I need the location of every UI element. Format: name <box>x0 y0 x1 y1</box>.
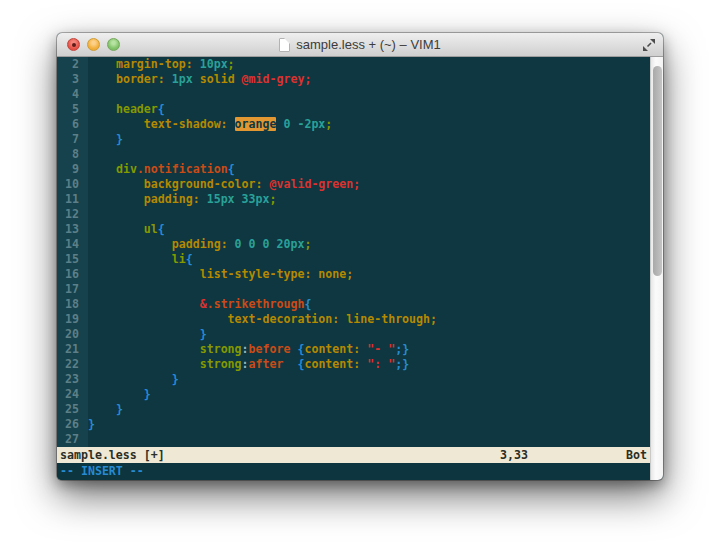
code-line[interactable]: 19 text-decoration: line-through; <box>57 312 650 327</box>
line-number: 23 <box>57 372 88 387</box>
line-number: 12 <box>57 207 88 222</box>
code-text: padding: 0 0 0 20px; <box>88 237 650 252</box>
code-text: } <box>88 387 650 402</box>
line-number: 7 <box>57 132 88 147</box>
code-text: } <box>88 132 650 147</box>
line-number: 8 <box>57 147 88 162</box>
code-line[interactable]: 13 ul{ <box>57 222 650 237</box>
code-line[interactable]: 12 <box>57 207 650 222</box>
window-title: sample.less + (~) – VIM1 <box>296 37 441 52</box>
code-text: } <box>88 402 650 417</box>
code-line[interactable]: 7 } <box>57 132 650 147</box>
code-line[interactable]: 17 <box>57 282 650 297</box>
mode-indicator: -- INSERT -- <box>57 463 650 480</box>
code-text <box>88 282 650 297</box>
code-text <box>88 207 650 222</box>
line-number: 13 <box>57 222 88 237</box>
code-text: } <box>88 417 650 432</box>
code-line[interactable]: 16 list-style-type: none; <box>57 267 650 282</box>
code-line[interactable]: 25 } <box>57 402 650 417</box>
code-text <box>88 432 650 447</box>
code-editor[interactable]: 2 margin-top: 10px;3 border: 1px solid @… <box>57 57 650 447</box>
code-line[interactable]: 27 <box>57 432 650 447</box>
line-number: 9 <box>57 162 88 177</box>
code-text: &.strikethrough{ <box>88 297 650 312</box>
status-cursor-position: 3,33 <box>500 447 528 463</box>
scrollbar-thumb[interactable] <box>653 66 662 276</box>
code-line[interactable]: 18 &.strikethrough{ <box>57 297 650 312</box>
code-line[interactable]: 20 } <box>57 327 650 342</box>
code-text: header{ <box>88 102 650 117</box>
code-text: strong:after {content: ": ";} <box>88 357 650 372</box>
code-text: margin-top: 10px; <box>88 57 650 72</box>
code-text: padding: 15px 33px; <box>88 192 650 207</box>
code-text <box>88 147 650 162</box>
editor-column: 2 margin-top: 10px;3 border: 1px solid @… <box>57 57 650 480</box>
minimize-button[interactable] <box>87 38 100 51</box>
code-text: text-decoration: line-through; <box>88 312 650 327</box>
code-lines: 2 margin-top: 10px;3 border: 1px solid @… <box>57 57 650 447</box>
line-number: 6 <box>57 117 88 132</box>
status-file-name: sample.less [+] <box>60 447 165 463</box>
line-number: 24 <box>57 387 88 402</box>
code-line[interactable]: 2 margin-top: 10px; <box>57 57 650 72</box>
code-line[interactable]: 23 } <box>57 372 650 387</box>
line-number: 3 <box>57 72 88 87</box>
line-number: 22 <box>57 357 88 372</box>
code-text: list-style-type: none; <box>88 267 650 282</box>
zoom-button[interactable] <box>107 38 120 51</box>
code-line[interactable]: 24 } <box>57 387 650 402</box>
code-line[interactable]: 3 border: 1px solid @mid-grey; <box>57 72 650 87</box>
code-line[interactable]: 11 padding: 15px 33px; <box>57 192 650 207</box>
line-number: 14 <box>57 237 88 252</box>
code-text: ul{ <box>88 222 650 237</box>
search-highlight: orange <box>235 117 277 131</box>
status-scroll-position: Bot <box>626 447 647 463</box>
code-line[interactable]: 14 padding: 0 0 0 20px; <box>57 237 650 252</box>
code-line[interactable]: 26} <box>57 417 650 432</box>
code-line[interactable]: 4 <box>57 87 650 102</box>
code-text: border: 1px solid @mid-grey; <box>88 72 650 87</box>
vim-window: sample.less + (~) – VIM1 2 margin-top: 1… <box>57 33 663 480</box>
code-text: div.notification{ <box>88 162 650 177</box>
scrollbar[interactable] <box>650 57 663 480</box>
code-text: text-shadow: orange 0 -2px; <box>88 117 650 132</box>
line-number: 15 <box>57 252 88 267</box>
line-number: 19 <box>57 312 88 327</box>
line-number: 26 <box>57 417 88 432</box>
line-number: 11 <box>57 192 88 207</box>
code-line[interactable]: 5 header{ <box>57 102 650 117</box>
fullscreen-icon[interactable] <box>642 38 656 52</box>
line-number: 21 <box>57 342 88 357</box>
code-text: li{ <box>88 252 650 267</box>
line-number: 4 <box>57 87 88 102</box>
code-line[interactable]: 9 div.notification{ <box>57 162 650 177</box>
code-line[interactable]: 6 text-shadow: orange 0 -2px; <box>57 117 650 132</box>
traffic-lights <box>67 33 120 56</box>
line-number: 25 <box>57 402 88 417</box>
line-number: 20 <box>57 327 88 342</box>
code-line[interactable]: 21 strong:before {content: "- ";} <box>57 342 650 357</box>
status-bar: sample.less [+] 3,33 Bot <box>57 447 650 463</box>
line-number: 5 <box>57 102 88 117</box>
code-text: } <box>88 327 650 342</box>
line-number: 18 <box>57 297 88 312</box>
line-number: 2 <box>57 57 88 72</box>
line-number: 10 <box>57 177 88 192</box>
close-button[interactable] <box>67 38 80 51</box>
code-line[interactable]: 10 background-color: @valid-green; <box>57 177 650 192</box>
code-line[interactable]: 22 strong:after {content: ": ";} <box>57 357 650 372</box>
line-number: 16 <box>57 267 88 282</box>
code-text: } <box>88 372 650 387</box>
document-icon <box>279 38 290 52</box>
code-line[interactable]: 15 li{ <box>57 252 650 267</box>
window-content: 2 margin-top: 10px;3 border: 1px solid @… <box>57 57 663 480</box>
code-line[interactable]: 8 <box>57 147 650 162</box>
title-group: sample.less + (~) – VIM1 <box>279 37 441 52</box>
line-number: 27 <box>57 432 88 447</box>
code-text <box>88 87 650 102</box>
code-text: strong:before {content: "- ";} <box>88 342 650 357</box>
code-text: background-color: @valid-green; <box>88 177 650 192</box>
title-bar[interactable]: sample.less + (~) – VIM1 <box>57 33 663 57</box>
line-number: 17 <box>57 282 88 297</box>
